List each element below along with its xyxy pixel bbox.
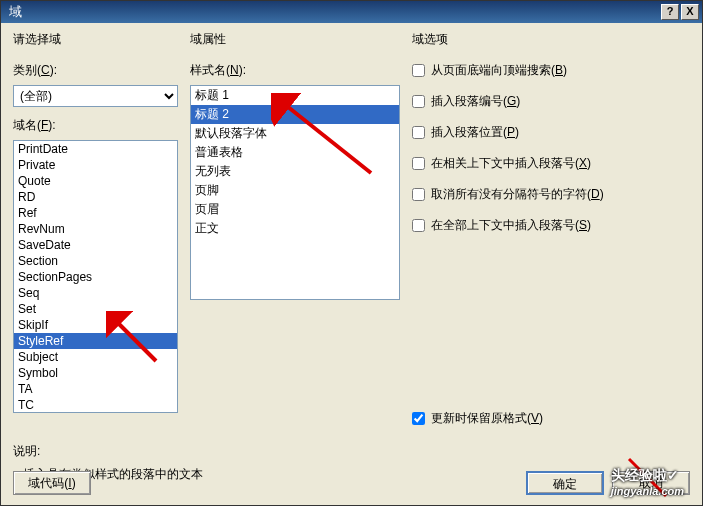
option-checkbox[interactable]: [412, 64, 425, 77]
description-label: 说明:: [13, 443, 702, 460]
list-item[interactable]: 页脚: [191, 181, 399, 200]
field-options-label: 域选项: [412, 31, 690, 48]
option-row: 插入段落位置(P): [412, 124, 690, 141]
list-item[interactable]: 正文: [191, 219, 399, 238]
option-checkbox[interactable]: [412, 219, 425, 232]
field-properties-column: 域属性 样式名(N): 标题 1标题 2默认段落字体普通表格无列表页脚页眉正文: [190, 31, 400, 431]
preserve-format-checkbox[interactable]: [412, 412, 425, 425]
cancel-button[interactable]: 取消: [612, 471, 690, 495]
list-item[interactable]: SkipIf: [14, 317, 177, 333]
list-item[interactable]: Section: [14, 253, 177, 269]
field-options-column: 域选项 从页面底端向顶端搜索(B)插入段落编号(G)插入段落位置(P)在相关上下…: [412, 31, 690, 431]
list-item[interactable]: StyleRef: [14, 333, 177, 349]
field-dialog: 域 ? X 请选择域 类别(C): (全部) 域名(F): PrintDateP…: [0, 0, 703, 506]
option-checkbox[interactable]: [412, 188, 425, 201]
list-item[interactable]: 默认段落字体: [191, 124, 399, 143]
category-label: 类别(C):: [13, 62, 178, 79]
option-label: 在全部上下文中插入段落号(S): [431, 217, 591, 234]
list-item[interactable]: Private: [14, 157, 177, 173]
list-item[interactable]: TC: [14, 397, 177, 413]
option-checkbox[interactable]: [412, 95, 425, 108]
list-item[interactable]: Ref: [14, 205, 177, 221]
option-label: 插入段落编号(G): [431, 93, 520, 110]
list-item[interactable]: PrintDate: [14, 141, 177, 157]
list-item[interactable]: 标题 1: [191, 86, 399, 105]
option-row: 从页面底端向顶端搜索(B): [412, 62, 690, 79]
option-label: 从页面底端向顶端搜索(B): [431, 62, 567, 79]
option-row: 在相关上下文中插入段落号(X): [412, 155, 690, 172]
list-item[interactable]: Subject: [14, 349, 177, 365]
list-item[interactable]: Symbol: [14, 365, 177, 381]
list-item[interactable]: RevNum: [14, 221, 177, 237]
category-dropdown[interactable]: (全部): [13, 85, 178, 107]
option-label: 在相关上下文中插入段落号(X): [431, 155, 591, 172]
help-button[interactable]: ?: [661, 4, 679, 20]
list-item[interactable]: SaveDate: [14, 237, 177, 253]
dialog-title: 域: [4, 3, 659, 21]
list-item[interactable]: SectionPages: [14, 269, 177, 285]
option-row: 插入段落编号(G): [412, 93, 690, 110]
field-properties-label: 域属性: [190, 31, 400, 48]
select-field-column: 请选择域 类别(C): (全部) 域名(F): PrintDatePrivate…: [13, 31, 178, 431]
list-item[interactable]: 标题 2: [191, 105, 399, 124]
list-item[interactable]: Seq: [14, 285, 177, 301]
option-label: 取消所有没有分隔符号的字符(D): [431, 186, 604, 203]
preserve-format-row: 更新时保留原格式(V): [412, 410, 690, 427]
list-item[interactable]: Quote: [14, 173, 177, 189]
option-checkbox[interactable]: [412, 126, 425, 139]
list-item[interactable]: RD: [14, 189, 177, 205]
ok-button[interactable]: 确定: [526, 471, 604, 495]
fieldname-label: 域名(F):: [13, 117, 178, 134]
option-label: 插入段落位置(P): [431, 124, 519, 141]
dialog-content: 请选择域 类别(C): (全部) 域名(F): PrintDatePrivate…: [1, 23, 702, 439]
stylename-listbox[interactable]: 标题 1标题 2默认段落字体普通表格无列表页脚页眉正文: [190, 85, 400, 300]
field-codes-button[interactable]: 域代码(I): [13, 471, 91, 495]
option-row: 取消所有没有分隔符号的字符(D): [412, 186, 690, 203]
option-checkbox[interactable]: [412, 157, 425, 170]
titlebar: 域 ? X: [1, 1, 702, 23]
select-field-label: 请选择域: [13, 31, 178, 48]
list-item[interactable]: 页眉: [191, 200, 399, 219]
button-row: 域代码(I) 确定 取消: [13, 471, 690, 495]
list-item[interactable]: TA: [14, 381, 177, 397]
preserve-format-label: 更新时保留原格式(V): [431, 410, 543, 427]
fieldname-listbox[interactable]: PrintDatePrivateQuoteRDRefRevNumSaveDate…: [13, 140, 178, 413]
option-row: 在全部上下文中插入段落号(S): [412, 217, 690, 234]
list-item[interactable]: Set: [14, 301, 177, 317]
list-item[interactable]: 无列表: [191, 162, 399, 181]
list-item[interactable]: 普通表格: [191, 143, 399, 162]
stylename-label: 样式名(N):: [190, 62, 400, 79]
close-button[interactable]: X: [681, 4, 699, 20]
